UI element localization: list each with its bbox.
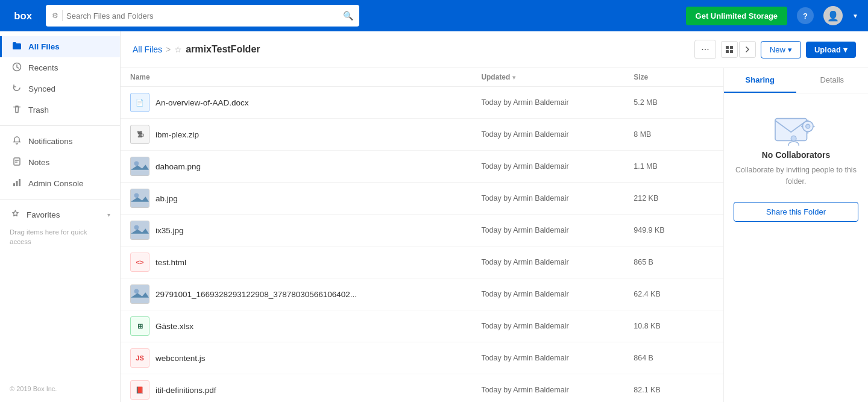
file-row-actions bbox=[696, 310, 723, 342]
avatar-caret-icon[interactable]: ▼ bbox=[852, 13, 858, 19]
upload-button-label: Upload bbox=[814, 45, 841, 54]
file-updated: Today by Armin Baldemair bbox=[471, 342, 624, 374]
search-input[interactable] bbox=[66, 11, 339, 20]
table-row[interactable]: 📕itil-definitions.pdfToday by Armin Bald… bbox=[121, 374, 723, 403]
topnav-right: Get Unlimited Storage ? 👤 ▼ bbox=[686, 6, 858, 25]
unlimited-storage-button[interactable]: Get Unlimited Storage bbox=[686, 7, 788, 25]
table-row[interactable]: ab.jpgToday by Armin Baldemair212 KB bbox=[121, 183, 723, 215]
file-size: 1.1 MB bbox=[624, 151, 696, 183]
file-icon: 🗜 bbox=[130, 125, 149, 144]
file-updated: Today by Armin Baldemair bbox=[471, 119, 624, 151]
file-row-actions bbox=[696, 215, 723, 247]
main-layout: All Files Recents Synced Trash bbox=[0, 31, 868, 402]
file-size: 10.8 KB bbox=[624, 310, 696, 342]
synced-icon bbox=[11, 83, 22, 95]
file-icon: <> bbox=[130, 253, 149, 272]
file-name: ab.jpg bbox=[156, 194, 178, 203]
chevron-expand-button[interactable] bbox=[739, 41, 756, 58]
content-header: All Files > ☆ armixTestFolder ··· New bbox=[121, 31, 868, 68]
file-icon: 📕 bbox=[130, 380, 149, 400]
sidebar-item-favorites[interactable]: Favorites ▾ bbox=[0, 204, 120, 225]
file-name: ibm-plex.zip bbox=[156, 130, 199, 139]
file-size: 949.9 KB bbox=[624, 215, 696, 247]
file-row-actions bbox=[696, 119, 723, 151]
sidebar-item-admin-console[interactable]: Admin Console bbox=[0, 173, 120, 194]
table-row[interactable]: ⊞Gäste.xlsxToday by Armin Baldemair10.8 … bbox=[121, 310, 723, 342]
file-updated: Today by Armin Baldemair bbox=[471, 151, 624, 183]
content-area: All Files > ☆ armixTestFolder ··· New bbox=[121, 31, 868, 402]
drag-hint: Drag items here for quick access bbox=[0, 225, 120, 251]
file-row-actions bbox=[696, 342, 723, 374]
file-name: dahoam.png bbox=[156, 162, 201, 171]
admin-console-icon bbox=[11, 178, 22, 189]
sidebar-divider-2 bbox=[0, 199, 120, 199]
search-bar: ⚙ 🔍 bbox=[46, 5, 359, 27]
avatar[interactable]: 👤 bbox=[823, 6, 843, 25]
svg-rect-7 bbox=[726, 46, 729, 49]
sidebar-item-trash[interactable]: Trash bbox=[0, 99, 120, 121]
file-updated: Today by Armin Baldemair bbox=[471, 183, 624, 215]
upload-button-caret: ▾ bbox=[843, 45, 848, 54]
file-size: 865 B bbox=[624, 247, 696, 278]
svg-rect-4 bbox=[13, 183, 15, 186]
favorites-label: Favorites bbox=[27, 210, 60, 219]
sidebar-item-label-trash: Trash bbox=[28, 105, 49, 115]
collab-illustration bbox=[769, 108, 823, 150]
sidebar-footer: © 2019 Box Inc. bbox=[0, 380, 120, 397]
file-row-actions bbox=[696, 278, 723, 310]
topnav: box ⚙ 🔍 Get Unlimited Storage ? 👤 ▼ bbox=[0, 0, 868, 31]
sidebar-item-synced[interactable]: Synced bbox=[0, 78, 120, 99]
file-name: ix35.jpg bbox=[156, 226, 184, 235]
svg-rect-5 bbox=[16, 181, 18, 186]
no-collaborators-desc: Collaborate by inviting people to this f… bbox=[734, 165, 858, 187]
table-row[interactable]: 29791001_1669328293122908_37878030566106… bbox=[121, 278, 723, 310]
sidebar-item-label-recents: Recents bbox=[28, 63, 58, 72]
breadcrumb-star-icon[interactable]: ☆ bbox=[174, 45, 182, 54]
share-folder-button[interactable]: Share this Folder bbox=[734, 202, 858, 222]
tab-details[interactable]: Details bbox=[796, 68, 869, 93]
table-row[interactable]: 🗜ibm-plex.zipToday by Armin Baldemair8 M… bbox=[121, 119, 723, 151]
header-actions: ··· New ▾ Upload ▾ bbox=[694, 40, 856, 59]
file-table: Name Updated ▾ Size 📄An-overview-of-AAD.… bbox=[121, 68, 723, 402]
file-name: 29791001_1669328293122908_37878030566106… bbox=[156, 290, 357, 299]
file-size: 864 B bbox=[624, 342, 696, 374]
more-options-button[interactable]: ··· bbox=[694, 40, 716, 59]
file-updated: Today by Armin Baldemair bbox=[471, 215, 624, 247]
sidebar-item-label-synced: Synced bbox=[28, 84, 55, 93]
file-name: An-overview-of-AAD.docx bbox=[156, 98, 249, 107]
table-row[interactable]: dahoam.pngToday by Armin Baldemair1.1 MB bbox=[121, 151, 723, 183]
svg-point-15 bbox=[134, 193, 139, 198]
svg-rect-28 bbox=[800, 126, 803, 127]
table-row[interactable]: <>test.htmlToday by Armin Baldemair865 B bbox=[121, 247, 723, 278]
filter-icon[interactable]: ⚙ bbox=[52, 11, 58, 20]
file-row-actions bbox=[696, 247, 723, 278]
table-row[interactable]: JSwebcontent.jsToday by Armin Baldemair8… bbox=[121, 342, 723, 374]
file-name: webcontent.js bbox=[156, 354, 206, 363]
svg-point-21 bbox=[134, 289, 139, 294]
file-content: Name Updated ▾ Size 📄An-overview-of-AAD.… bbox=[121, 68, 868, 402]
breadcrumb: All Files > ☆ armixTestFolder bbox=[133, 44, 260, 55]
sidebar-item-notes[interactable]: Notes bbox=[0, 152, 120, 173]
table-row[interactable]: ix35.jpgToday by Armin Baldemair949.9 KB bbox=[121, 215, 723, 247]
file-icon: JS bbox=[130, 348, 149, 368]
sidebar: All Files Recents Synced Trash bbox=[0, 31, 121, 402]
sidebar-item-all-files[interactable]: All Files bbox=[0, 36, 120, 57]
sidebar-item-label-admin-console: Admin Console bbox=[28, 179, 84, 188]
tab-sharing[interactable]: Sharing bbox=[724, 68, 796, 93]
breadcrumb-root-link[interactable]: All Files bbox=[133, 45, 162, 54]
search-icon[interactable]: 🔍 bbox=[343, 11, 353, 20]
sidebar-item-notifications[interactable]: Notifications bbox=[0, 131, 120, 152]
svg-rect-3 bbox=[14, 158, 20, 165]
file-icon bbox=[130, 221, 149, 240]
upload-button[interactable]: Upload ▾ bbox=[806, 42, 856, 58]
favorites-caret-icon: ▾ bbox=[107, 212, 110, 218]
new-button[interactable]: New ▾ bbox=[761, 41, 801, 58]
file-icon: 📄 bbox=[130, 93, 149, 112]
sidebar-item-recents[interactable]: Recents bbox=[0, 57, 120, 78]
help-button[interactable]: ? bbox=[797, 7, 814, 24]
svg-text:box: box bbox=[14, 10, 33, 22]
table-row[interactable]: 📄An-overview-of-AAD.docxToday by Armin B… bbox=[121, 87, 723, 119]
file-name: itil-definitions.pdf bbox=[156, 386, 216, 395]
box-logo[interactable]: box bbox=[10, 6, 39, 25]
grid-view-button[interactable] bbox=[721, 41, 738, 58]
